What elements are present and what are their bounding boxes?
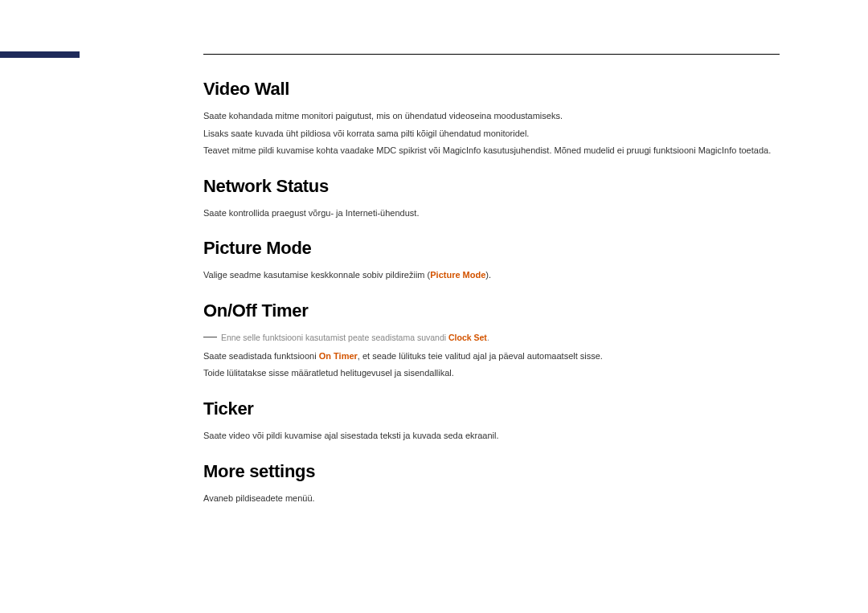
on-timer-term: On Timer (319, 351, 358, 361)
on-off-timer-note-post: . (487, 333, 489, 342)
picture-mode-p1-pre: Valige seadme kasutamise keskkonnale sob… (203, 270, 430, 280)
on-off-timer-note-pre: Enne selle funktsiooni kasutamist peate … (221, 333, 448, 342)
ticker-p1: Saate video või pildi kuvamise ajal sise… (203, 429, 780, 443)
clock-set-term: Clock Set (448, 333, 487, 342)
heading-on-off-timer: On/Off Timer (203, 300, 780, 321)
heading-more-settings: More settings (203, 461, 780, 482)
on-off-timer-note: ― Enne selle funktsiooni kasutamist peat… (203, 331, 780, 345)
note-dash-icon: ― (203, 333, 217, 341)
accent-bar (0, 51, 80, 58)
on-off-timer-p1-post: , et seade lülituks teie valitud ajal ja… (358, 351, 603, 361)
top-rule (203, 54, 780, 55)
heading-video-wall: Video Wall (203, 79, 780, 100)
heading-picture-mode: Picture Mode (203, 238, 780, 259)
on-off-timer-p1: Saate seadistada funktsiooni On Timer, e… (203, 349, 780, 364)
heading-network-status: Network Status (203, 176, 780, 197)
picture-mode-term: Picture Mode (430, 270, 485, 280)
network-status-p1: Saate kontrollida praegust võrgu- ja Int… (203, 206, 780, 221)
heading-ticker: Ticker (203, 398, 780, 419)
video-wall-p1: Saate kohandada mitme monitori paigutust… (203, 109, 780, 124)
picture-mode-p1: Valige seadme kasutamise keskkonnale sob… (203, 268, 780, 283)
on-off-timer-p1-pre: Saate seadistada funktsiooni (203, 351, 319, 361)
on-off-timer-p2: Toide lülitatakse sisse määratletud heli… (203, 366, 780, 381)
more-settings-p1: Avaneb pildiseadete menüü. (203, 492, 780, 506)
picture-mode-p1-post: ). (485, 270, 491, 280)
video-wall-p3: Teavet mitme pildi kuvamise kohta vaadak… (203, 144, 780, 158)
video-wall-p2: Lisaks saate kuvada üht pildiosa või kor… (203, 127, 780, 141)
content-area: Video Wall Saate kohandada mitme monitor… (203, 79, 780, 509)
